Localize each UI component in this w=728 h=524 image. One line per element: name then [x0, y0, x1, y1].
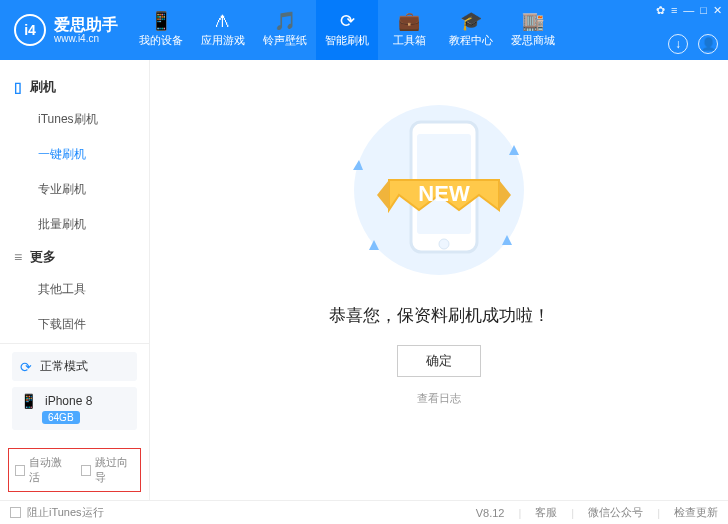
- checkbox-icon: [15, 465, 25, 476]
- storage-badge: 64GB: [42, 411, 80, 424]
- svg-point-7: [439, 239, 449, 249]
- sync-icon: ⟳: [20, 359, 32, 375]
- sidebar-item-other-tools[interactable]: 其他工具: [0, 272, 149, 307]
- update-link[interactable]: 检查更新: [674, 505, 718, 520]
- nav-label: 工具箱: [393, 33, 426, 48]
- music-icon: 🎵: [274, 12, 296, 30]
- menu-icon[interactable]: ≡: [671, 4, 677, 17]
- skin-icon[interactable]: ✿: [656, 4, 665, 17]
- more-icon: ≡: [14, 249, 22, 265]
- user-icon[interactable]: 👤: [698, 34, 718, 54]
- titlebar: i4 爱思助手 www.i4.cn 📱 我的设备 ⩚ 应用游戏 🎵 铃声壁纸 ⟳…: [0, 0, 728, 60]
- nav-tabs: 📱 我的设备 ⩚ 应用游戏 🎵 铃声壁纸 ⟳ 智能刷机 💼 工具箱 🎓 教程中心…: [130, 0, 564, 60]
- apps-icon: ⩚: [214, 12, 232, 30]
- main-content: NEW 恭喜您，保资料刷机成功啦！ 确定 查看日志: [150, 60, 728, 500]
- success-illustration: NEW: [339, 100, 539, 280]
- mode-row[interactable]: ⟳ 正常模式: [12, 352, 137, 381]
- window-controls: ✿ ≡ — □ ✕: [656, 4, 722, 17]
- sidebar-item-download-fw[interactable]: 下载固件: [0, 307, 149, 342]
- view-log-link[interactable]: 查看日志: [417, 391, 461, 406]
- sidebar-item-onekey-flash[interactable]: 一键刷机: [0, 137, 149, 172]
- new-badge-text: NEW: [418, 181, 470, 206]
- checkbox-label: 阻止iTunes运行: [27, 505, 104, 520]
- nav-label: 应用游戏: [201, 33, 245, 48]
- sidebar-section-flash: ▯ 刷机: [0, 72, 149, 102]
- sidebar: ▯ 刷机 iTunes刷机 一键刷机 专业刷机 批量刷机 ≡ 更多 其他工具 下…: [0, 60, 150, 500]
- nav-label: 爱思商城: [511, 33, 555, 48]
- store-icon: 🏬: [522, 12, 544, 30]
- maximize-icon[interactable]: □: [700, 4, 707, 17]
- brand-site: www.i4.cn: [54, 33, 118, 44]
- nav-toolbox[interactable]: 💼 工具箱: [378, 0, 440, 60]
- section-title: 更多: [30, 248, 56, 266]
- sidebar-section-more: ≡ 更多: [0, 242, 149, 272]
- logo-icon: i4: [14, 14, 46, 46]
- refresh-icon: ⟳: [340, 12, 355, 30]
- brand: i4 爱思助手 www.i4.cn: [0, 0, 130, 60]
- section-title: 刷机: [30, 78, 56, 96]
- version-label: V8.12: [476, 507, 505, 519]
- support-link[interactable]: 客服: [535, 505, 557, 520]
- brand-name: 爱思助手: [54, 17, 118, 33]
- tutorial-icon: 🎓: [460, 12, 482, 30]
- statusbar: 阻止iTunes运行 V8.12 | 客服 | 微信公众号 | 检查更新: [0, 500, 728, 524]
- device-status: ⟳ 正常模式 📱 iPhone 8 64GB: [0, 343, 149, 444]
- nav-label: 教程中心: [449, 33, 493, 48]
- nav-tutorials[interactable]: 🎓 教程中心: [440, 0, 502, 60]
- account-controls: ↓ 👤: [668, 34, 718, 54]
- nav-ringtones[interactable]: 🎵 铃声壁纸: [254, 0, 316, 60]
- checkbox-icon: [10, 507, 21, 518]
- close-icon[interactable]: ✕: [713, 4, 722, 17]
- device-row[interactable]: 📱 iPhone 8 64GB: [12, 387, 137, 430]
- mode-label: 正常模式: [40, 358, 88, 375]
- toolbox-icon: 💼: [398, 12, 420, 30]
- confirm-button[interactable]: 确定: [397, 345, 481, 377]
- download-icon[interactable]: ↓: [668, 34, 688, 54]
- skip-guide-checkbox[interactable]: 跳过向导: [81, 455, 135, 485]
- checkbox-icon: [81, 465, 91, 476]
- nav-apps[interactable]: ⩚ 应用游戏: [192, 0, 254, 60]
- wechat-link[interactable]: 微信公众号: [588, 505, 643, 520]
- device-icon: 📱: [20, 393, 37, 409]
- nav-label: 铃声壁纸: [263, 33, 307, 48]
- nav-label: 智能刷机: [325, 33, 369, 48]
- minimize-icon[interactable]: —: [683, 4, 694, 17]
- sidebar-item-pro-flash[interactable]: 专业刷机: [0, 172, 149, 207]
- phone-icon: ▯: [14, 79, 22, 95]
- checkbox-label: 自动激活: [29, 455, 68, 485]
- sidebar-item-batch-flash[interactable]: 批量刷机: [0, 207, 149, 242]
- nav-my-device[interactable]: 📱 我的设备: [130, 0, 192, 60]
- checkbox-label: 跳过向导: [95, 455, 134, 485]
- nav-label: 我的设备: [139, 33, 183, 48]
- flash-options: 自动激活 跳过向导: [8, 448, 141, 492]
- device-name: iPhone 8: [45, 394, 92, 408]
- nav-flash[interactable]: ⟳ 智能刷机: [316, 0, 378, 60]
- phone-icon: 📱: [150, 12, 172, 30]
- sidebar-item-itunes-flash[interactable]: iTunes刷机: [0, 102, 149, 137]
- nav-store[interactable]: 🏬 爱思商城: [502, 0, 564, 60]
- success-title: 恭喜您，保资料刷机成功啦！: [329, 304, 550, 327]
- auto-activate-checkbox[interactable]: 自动激活: [15, 455, 69, 485]
- block-itunes-checkbox[interactable]: 阻止iTunes运行: [10, 505, 104, 520]
